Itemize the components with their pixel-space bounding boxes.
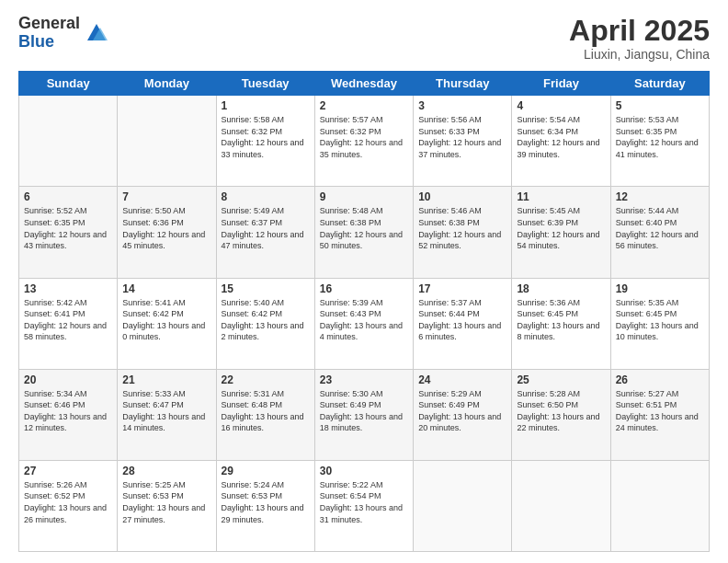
weekday-sunday: Sunday (19, 72, 118, 96)
day-info: Sunrise: 5:52 AM Sunset: 6:35 PM Dayligh… (24, 205, 112, 251)
week-row-5: 27Sunrise: 5:26 AM Sunset: 6:52 PM Dayli… (19, 460, 710, 551)
calendar-cell: 16Sunrise: 5:39 AM Sunset: 6:43 PM Dayli… (314, 278, 413, 369)
day-info: Sunrise: 5:56 AM Sunset: 6:33 PM Dayligh… (418, 114, 506, 160)
day-info: Sunrise: 5:48 AM Sunset: 6:38 PM Dayligh… (320, 205, 408, 251)
day-info: Sunrise: 5:34 AM Sunset: 6:46 PM Dayligh… (24, 388, 112, 434)
calendar-cell: 11Sunrise: 5:45 AM Sunset: 6:39 PM Dayli… (512, 187, 610, 278)
day-info: Sunrise: 5:31 AM Sunset: 6:48 PM Dayligh… (222, 388, 310, 434)
page: General Blue April 2025 Liuxin, Jiangsu,… (0, 0, 728, 563)
week-row-4: 20Sunrise: 5:34 AM Sunset: 6:46 PM Dayli… (19, 369, 710, 460)
location: Liuxin, Jiangsu, China (569, 47, 710, 62)
calendar-cell: 23Sunrise: 5:30 AM Sunset: 6:49 PM Dayli… (314, 369, 413, 460)
calendar-cell: 13Sunrise: 5:42 AM Sunset: 6:41 PM Dayli… (19, 278, 118, 369)
day-number: 23 (320, 373, 408, 386)
week-row-3: 13Sunrise: 5:42 AM Sunset: 6:41 PM Dayli… (19, 278, 710, 369)
calendar-cell: 21Sunrise: 5:33 AM Sunset: 6:47 PM Dayli… (118, 369, 216, 460)
day-number: 26 (616, 373, 704, 386)
day-info: Sunrise: 5:36 AM Sunset: 6:45 PM Dayligh… (517, 297, 605, 343)
day-number: 24 (418, 373, 506, 386)
calendar-cell: 15Sunrise: 5:40 AM Sunset: 6:42 PM Dayli… (216, 278, 314, 369)
logo-blue: Blue (18, 33, 80, 52)
day-info: Sunrise: 5:53 AM Sunset: 6:35 PM Dayligh… (616, 114, 704, 160)
day-number: 27 (24, 465, 112, 477)
day-info: Sunrise: 5:57 AM Sunset: 6:32 PM Dayligh… (320, 114, 408, 160)
day-info: Sunrise: 5:44 AM Sunset: 6:40 PM Dayligh… (616, 205, 704, 251)
calendar-cell: 25Sunrise: 5:28 AM Sunset: 6:50 PM Dayli… (512, 369, 610, 460)
day-info: Sunrise: 5:22 AM Sunset: 6:54 PM Dayligh… (320, 479, 408, 525)
day-number: 9 (320, 190, 408, 203)
day-number: 10 (418, 190, 506, 203)
day-number: 6 (24, 190, 112, 203)
day-info: Sunrise: 5:42 AM Sunset: 6:41 PM Dayligh… (24, 297, 112, 343)
day-number: 5 (616, 99, 704, 112)
weekday-wednesday: Wednesday (314, 72, 413, 96)
weekday-header-row: Sunday Monday Tuesday Wednesday Thursday… (19, 72, 710, 96)
day-info: Sunrise: 5:24 AM Sunset: 6:53 PM Dayligh… (222, 479, 310, 525)
calendar-cell (610, 460, 709, 551)
title-section: April 2025 Liuxin, Jiangsu, China (569, 15, 710, 62)
calendar-cell (512, 460, 610, 551)
calendar-cell: 24Sunrise: 5:29 AM Sunset: 6:49 PM Dayli… (414, 369, 512, 460)
month-title: April 2025 (569, 15, 710, 47)
logo-general: General (18, 15, 80, 33)
calendar-cell: 26Sunrise: 5:27 AM Sunset: 6:51 PM Dayli… (610, 369, 709, 460)
week-row-1: 1Sunrise: 5:58 AM Sunset: 6:32 PM Daylig… (19, 96, 710, 187)
day-number: 29 (222, 465, 310, 477)
day-info: Sunrise: 5:33 AM Sunset: 6:47 PM Dayligh… (122, 388, 210, 434)
day-number: 1 (222, 99, 310, 112)
header: General Blue April 2025 Liuxin, Jiangsu,… (18, 15, 710, 62)
day-info: Sunrise: 5:37 AM Sunset: 6:44 PM Dayligh… (418, 297, 506, 343)
logo: General Blue (18, 15, 109, 52)
calendar-cell: 12Sunrise: 5:44 AM Sunset: 6:40 PM Dayli… (610, 187, 709, 278)
calendar-cell: 8Sunrise: 5:49 AM Sunset: 6:37 PM Daylig… (216, 187, 314, 278)
day-number: 12 (616, 190, 704, 203)
day-number: 17 (418, 282, 506, 295)
weekday-saturday: Saturday (610, 72, 709, 96)
calendar-cell: 22Sunrise: 5:31 AM Sunset: 6:48 PM Dayli… (216, 369, 314, 460)
calendar-cell (19, 96, 118, 187)
calendar-cell: 19Sunrise: 5:35 AM Sunset: 6:45 PM Dayli… (610, 278, 709, 369)
calendar-cell: 5Sunrise: 5:53 AM Sunset: 6:35 PM Daylig… (610, 96, 709, 187)
day-number: 28 (122, 465, 210, 477)
day-number: 22 (222, 373, 310, 386)
day-info: Sunrise: 5:49 AM Sunset: 6:37 PM Dayligh… (222, 205, 310, 251)
day-info: Sunrise: 5:25 AM Sunset: 6:53 PM Dayligh… (122, 479, 210, 525)
day-info: Sunrise: 5:46 AM Sunset: 6:38 PM Dayligh… (418, 205, 506, 251)
day-info: Sunrise: 5:26 AM Sunset: 6:52 PM Dayligh… (24, 479, 112, 525)
day-info: Sunrise: 5:39 AM Sunset: 6:43 PM Dayligh… (320, 297, 408, 343)
week-row-2: 6Sunrise: 5:52 AM Sunset: 6:35 PM Daylig… (19, 187, 710, 278)
day-number: 11 (517, 190, 605, 203)
day-info: Sunrise: 5:58 AM Sunset: 6:32 PM Dayligh… (222, 114, 310, 160)
day-info: Sunrise: 5:35 AM Sunset: 6:45 PM Dayligh… (616, 297, 704, 343)
calendar-cell: 3Sunrise: 5:56 AM Sunset: 6:33 PM Daylig… (414, 96, 512, 187)
day-info: Sunrise: 5:45 AM Sunset: 6:39 PM Dayligh… (517, 205, 605, 251)
day-number: 2 (320, 99, 408, 112)
weekday-thursday: Thursday (414, 72, 512, 96)
calendar-cell: 28Sunrise: 5:25 AM Sunset: 6:53 PM Dayli… (118, 460, 216, 551)
day-number: 18 (517, 282, 605, 295)
calendar-cell: 18Sunrise: 5:36 AM Sunset: 6:45 PM Dayli… (512, 278, 610, 369)
calendar-cell: 7Sunrise: 5:50 AM Sunset: 6:36 PM Daylig… (118, 187, 216, 278)
day-number: 16 (320, 282, 408, 295)
calendar-cell: 6Sunrise: 5:52 AM Sunset: 6:35 PM Daylig… (19, 187, 118, 278)
calendar-cell (118, 96, 216, 187)
calendar-cell: 30Sunrise: 5:22 AM Sunset: 6:54 PM Dayli… (314, 460, 413, 551)
day-number: 21 (122, 373, 210, 386)
day-number: 25 (517, 373, 605, 386)
calendar-cell (414, 460, 512, 551)
weekday-friday: Friday (512, 72, 610, 96)
calendar-cell: 27Sunrise: 5:26 AM Sunset: 6:52 PM Dayli… (19, 460, 118, 551)
day-info: Sunrise: 5:50 AM Sunset: 6:36 PM Dayligh… (122, 205, 210, 251)
weekday-monday: Monday (118, 72, 216, 96)
day-number: 14 (122, 282, 210, 295)
day-number: 13 (24, 282, 112, 295)
day-info: Sunrise: 5:30 AM Sunset: 6:49 PM Dayligh… (320, 388, 408, 434)
day-number: 19 (616, 282, 704, 295)
weekday-tuesday: Tuesday (216, 72, 314, 96)
day-number: 15 (222, 282, 310, 295)
day-number: 3 (418, 99, 506, 112)
calendar-cell: 4Sunrise: 5:54 AM Sunset: 6:34 PM Daylig… (512, 96, 610, 187)
calendar-table: Sunday Monday Tuesday Wednesday Thursday… (18, 71, 710, 552)
calendar-cell: 14Sunrise: 5:41 AM Sunset: 6:42 PM Dayli… (118, 278, 216, 369)
day-info: Sunrise: 5:54 AM Sunset: 6:34 PM Dayligh… (517, 114, 605, 160)
